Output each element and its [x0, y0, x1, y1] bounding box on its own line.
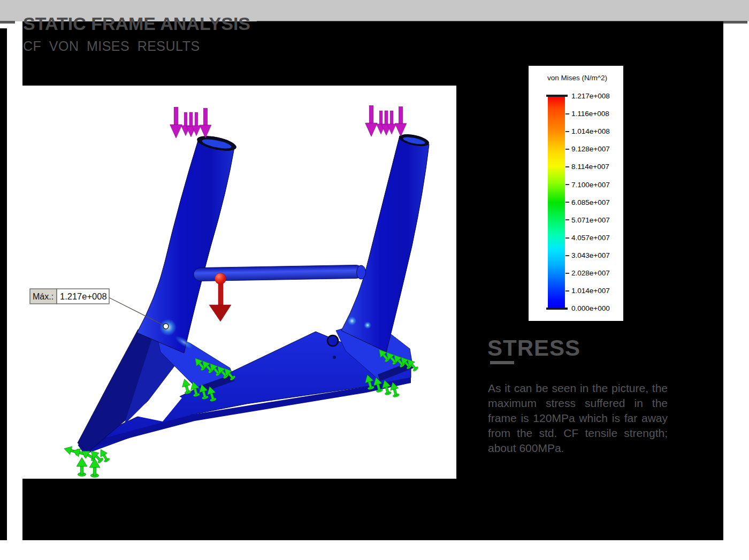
legend-top-cap: [546, 95, 568, 97]
legend-value: 6.085e+007: [571, 198, 621, 206]
legend-title: von Mises (N/m^2): [547, 74, 620, 82]
page-subtitle: CF VON MISES RESULTS: [23, 39, 200, 54]
page-title: STATIC FRAME ANALYSIS: [23, 13, 250, 34]
legend-value: 4.057e+007: [571, 234, 621, 242]
slide-page: STATIC FRAME ANALYSIS CF VON MISES RESUL…: [0, 0, 749, 560]
legend-tick: [565, 237, 569, 239]
legend-tick: [565, 149, 569, 150]
von-mises-legend: von Mises (N/m^2) 1.217e+008 1.116e+008 …: [529, 66, 623, 321]
legend-tick: [565, 219, 569, 220]
previous-slide-edge: [0, 28, 7, 540]
cross-bar-end-cap: [357, 265, 366, 279]
legend-colorbar: [548, 96, 565, 309]
frame-left-tube: [137, 134, 237, 353]
legend-value: 1.217e+008: [571, 92, 621, 100]
legend-value: 3.043e+007: [571, 251, 621, 259]
max-label: Máx.:: [33, 292, 54, 301]
frame-small-hole: [333, 356, 336, 359]
legend-value: 9.128e+007: [571, 145, 621, 153]
legend-tick: [565, 166, 569, 167]
legend-tick: [565, 202, 569, 203]
legend-tick: [565, 255, 569, 256]
legend-value: 8.114e+007: [571, 163, 621, 171]
legend-tick: [565, 113, 569, 114]
legend-value: 1.014e+008: [571, 127, 621, 135]
legend-value: 7.100e+007: [571, 181, 621, 189]
header-rule-dash: [0, 21, 15, 24]
frame-hole: [327, 335, 338, 346]
max-point-marker: [163, 324, 169, 329]
applied-load-arrows-left: [170, 108, 211, 139]
fea-figure: Máx.: 1.217e+008: [22, 86, 456, 479]
stress-heading: STRESS: [487, 335, 580, 361]
legend-bottom-cap: [546, 308, 568, 310]
stress-heading-underline: [490, 361, 514, 364]
legend-tick: [565, 290, 569, 291]
legend-value: 1.116e+008: [571, 110, 621, 118]
legend-tick: [565, 131, 569, 132]
fea-render: Máx.: 1.217e+008: [22, 86, 456, 479]
max-value: 1.217e+008: [60, 291, 107, 301]
stress-paragraph: As it can be seen in the picture, the ma…: [488, 381, 668, 456]
legend-tick: [565, 273, 569, 274]
legend-tick: [565, 184, 569, 185]
legend-value: 1.014e+007: [571, 287, 621, 295]
legend-value: 5.071e+007: [571, 216, 621, 224]
legend-value: 2.028e+007: [571, 269, 621, 277]
legend-value: 0.000e+000: [571, 304, 621, 312]
load-sphere: [215, 273, 226, 285]
applied-load-arrows-right: [365, 106, 407, 137]
